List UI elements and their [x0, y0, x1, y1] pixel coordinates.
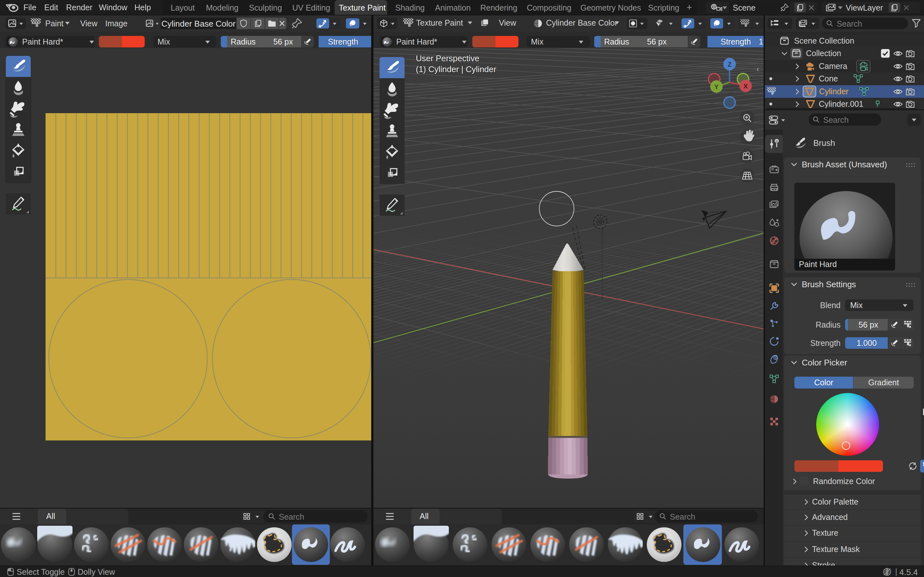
- svg-text:Y: Y: [714, 83, 719, 90]
- svg-text:Z: Z: [728, 61, 732, 68]
- svg-text:X: X: [743, 83, 748, 90]
